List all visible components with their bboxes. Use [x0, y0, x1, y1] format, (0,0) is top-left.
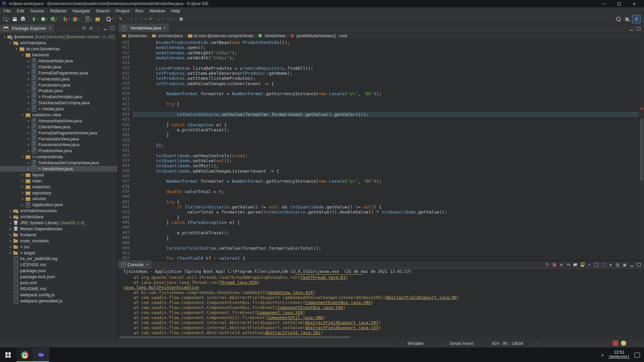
close-view-icon[interactable]: ×: [49, 26, 51, 31]
tree-arrow-icon[interactable]: ▸: [8, 239, 13, 242]
clear-console-button[interactable]: [572, 261, 579, 268]
tree-item[interactable]: ▸> Venda.java: [0, 106, 117, 112]
tray-expand-icon[interactable]: ∧: [601, 353, 604, 357]
mark-occurrences-button[interactable]: [117, 15, 125, 23]
tree-item[interactable]: ▸FormaDePagamento.java: [0, 70, 117, 76]
tree-item[interactable]: ▸> ProdutoVendido.java: [0, 94, 117, 100]
forward-button[interactable]: ▾: [165, 15, 174, 23]
breadcrumb-item[interactable]: br.com.fjsistemas.compraVenda: [186, 34, 255, 38]
tree-item[interactable]: ▸src/main/resources: [0, 208, 117, 214]
minimize-button[interactable]: [596, 0, 611, 7]
tree-arrow-icon[interactable]: ▸: [26, 77, 31, 80]
terminate-button[interactable]: [551, 261, 558, 268]
tree-arrow-icon[interactable]: ▸: [20, 197, 25, 200]
tree-item[interactable]: ▸> src: [0, 244, 117, 250]
tree-arrow-icon[interactable]: ▸: [26, 161, 31, 165]
open-perspective-button[interactable]: [623, 15, 631, 23]
remove-launch-button[interactable]: [558, 261, 565, 268]
taskbar-chrome-button[interactable]: [16, 348, 33, 362]
breadcrumb-item[interactable]: src/main/java: [151, 34, 184, 38]
tree-item[interactable]: ▸node_modules: [0, 238, 117, 244]
console-tab[interactable]: Console ×: [118, 260, 152, 269]
tree-arrow-icon[interactable]: ▸: [8, 245, 13, 248]
error-marker-icon[interactable]: [640, 108, 643, 109]
tree-item[interactable]: ▾cadastros.view: [0, 112, 117, 118]
tree-item[interactable]: pom.xml: [0, 280, 117, 286]
minimize-editor-button[interactable]: [628, 25, 635, 32]
show-stderr-changes-button[interactable]: [600, 261, 607, 268]
console-link[interactable]: VendaView.java:424: [267, 290, 313, 295]
tree-item[interactable]: webpack.generated.js: [0, 298, 117, 304]
search-button[interactable]: ▾: [104, 15, 114, 23]
console-link[interactable]: ComponentEventBus.java:194: [277, 305, 343, 310]
menu-project[interactable]: Project: [113, 8, 132, 13]
start-button[interactable]: [0, 348, 16, 362]
console-link[interactable]: Component.java:359: [257, 310, 303, 315]
package-explorer-tab[interactable]: Package Explorer ×: [0, 24, 55, 33]
tree-item[interactable]: ▸SolicitacaoDeCompraView.java: [0, 160, 117, 166]
tree-item[interactable]: package.json: [0, 268, 117, 274]
menu-run[interactable]: Run: [132, 8, 147, 13]
tree-arrow-icon[interactable]: ▸: [20, 173, 25, 176]
tree-item[interactable]: ▸ProdutoView.java: [0, 148, 117, 154]
close-console-icon[interactable]: ×: [146, 262, 149, 267]
tree-item[interactable]: ▸Fornecedor.java: [0, 76, 117, 82]
error-log-icon[interactable]: [613, 341, 618, 346]
tree-item[interactable]: ▾backend: [0, 52, 117, 58]
console-hscroll-thumb[interactable]: [119, 336, 351, 338]
relaunch-button[interactable]: [544, 261, 551, 268]
tree-arrow-icon[interactable]: ▾: [20, 113, 25, 117]
tree-item[interactable]: ▸AlmoxarifadoView.java: [0, 118, 117, 124]
tree-arrow-icon[interactable]: ▸: [8, 251, 13, 254]
tree-item[interactable]: ▸> target: [0, 250, 117, 256]
tree-arrow-icon[interactable]: ▸: [26, 71, 31, 74]
breadcrumb-item[interactable]: VendaView: [257, 34, 286, 38]
maximize-button[interactable]: [109, 25, 116, 32]
menu-source[interactable]: Source: [27, 8, 47, 13]
java-perspective-button[interactable]: [632, 15, 640, 23]
package-explorer-tree[interactable]: ▾fjsistemas [boot] [devtools] [fjsistema…: [0, 33, 117, 339]
menu-window[interactable]: Window: [147, 8, 168, 13]
tree-arrow-icon[interactable]: ▸: [26, 101, 31, 105]
tree-item[interactable]: LICENSE.md: [0, 262, 117, 268]
tree-arrow-icon[interactable]: ▸: [26, 125, 31, 128]
tree-item[interactable]: ▸FornecedorView.java: [0, 136, 117, 142]
tree-item[interactable]: ▸FormaDePagamentoView.java: [0, 130, 117, 136]
console-link[interactable]: Thread.java:830: [219, 280, 257, 285]
tree-item[interactable]: ▸src/test/java: [0, 214, 117, 220]
scroll-lock-button[interactable]: [579, 261, 586, 268]
maximize-button[interactable]: [611, 0, 627, 7]
tree-item[interactable]: ▾src/main/java: [0, 40, 117, 46]
editor-scrollbar-thumb[interactable]: [640, 119, 643, 181]
display-selected-console-button[interactable]: [614, 261, 621, 268]
tree-item[interactable]: ▸FuncionarioView.java: [0, 142, 117, 148]
view-menu-button[interactable]: [95, 25, 102, 32]
tree-item[interactable]: ▸relatorios: [0, 184, 117, 190]
save-button[interactable]: [11, 15, 19, 23]
code-editor[interactable]: 410 binderProdutoVendido.setBean(new Pro…: [118, 39, 644, 260]
console-link[interactable]: AbstractFieldSupport.java:133: [305, 325, 378, 330]
statusbar-menu-icon[interactable]: ⋮: [629, 341, 641, 346]
tree-arrow-icon[interactable]: ▸: [26, 59, 31, 63]
tree-arrow-icon[interactable]: ▸: [26, 65, 31, 68]
console-link[interactable]: ComponentUtil.java:386: [267, 315, 323, 320]
breadcrumb-item[interactable]: fjsistemas: [121, 34, 148, 38]
taskbar-eclipse-button[interactable]: [33, 348, 49, 362]
overview-ruler[interactable]: [639, 39, 644, 260]
remove-all-terminated-button[interactable]: [565, 261, 572, 268]
tree-item[interactable]: ▸Application.java: [0, 202, 117, 208]
tree-item[interactable]: ▸JRE System Library [JavaSE-1.8]: [0, 220, 117, 226]
tree-arrow-icon[interactable]: ▸: [20, 185, 25, 188]
tree-arrow-icon[interactable]: ▸: [20, 179, 25, 182]
tree-item[interactable]: ▸Almoxarifado.java: [0, 58, 117, 64]
tree-arrow-icon[interactable]: ▾: [20, 53, 25, 57]
tree-item[interactable]: ▸Maven Dependencies: [0, 226, 117, 232]
menu-navigate[interactable]: Navigate: [70, 8, 93, 13]
tree-arrow-icon[interactable]: ▸: [26, 131, 31, 134]
tree-arrow-icon[interactable]: ▸: [8, 215, 13, 219]
quick-search-button[interactable]: [614, 15, 622, 23]
editor-presentation-button[interactable]: [177, 15, 185, 23]
tree-arrow-icon[interactable]: ▾: [20, 155, 25, 159]
pin-console-button[interactable]: [607, 261, 614, 268]
word-wrap-button[interactable]: [586, 261, 593, 268]
